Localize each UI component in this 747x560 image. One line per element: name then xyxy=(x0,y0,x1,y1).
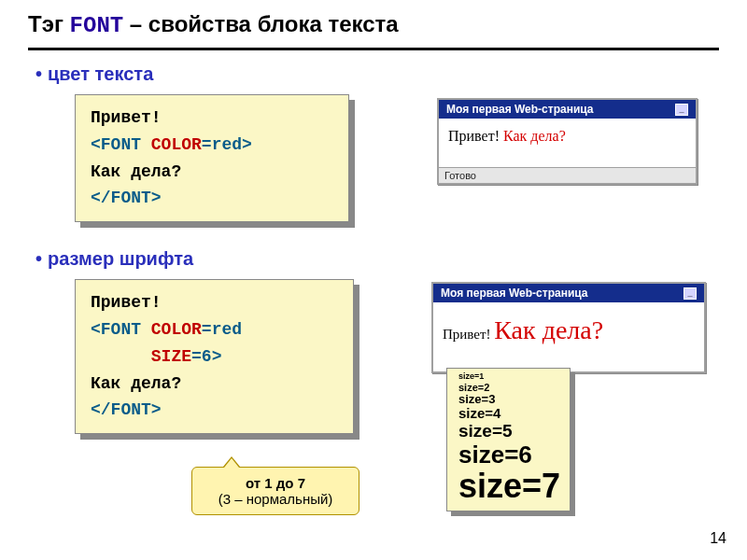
size-list-content: size=1 size=2 size=3 size=4 size=5 size=… xyxy=(446,368,571,511)
rendered-text-black: Привет! xyxy=(448,128,503,144)
browser-content: Привет! Как дела? xyxy=(439,119,696,167)
code-line: Привет! xyxy=(91,289,338,316)
bullet-color-label: цвет текста xyxy=(48,63,153,84)
codebox-2: Привет! <FONT COLOR=red SIZE=6> Как дела… xyxy=(75,279,354,434)
callout: от 1 до 7 (3 – нормальный) xyxy=(191,467,359,515)
code-line: <FONT COLOR=red xyxy=(91,316,338,343)
browser-titlebar: Моя первая Web-страница _ xyxy=(439,100,696,119)
size-item-7: size=7 xyxy=(458,468,560,505)
title-rule xyxy=(28,48,719,50)
page-number: 14 xyxy=(710,530,726,547)
codebox-1: Привет! <FONT COLOR=red> Как дела? </FON… xyxy=(75,94,349,222)
window-buttons: _ xyxy=(675,104,688,116)
minimize-icon: _ xyxy=(675,104,688,116)
browser-titlebar: Моя первая Web-страница _ xyxy=(433,284,704,302)
code-line: Как дела? xyxy=(91,371,338,398)
callout-line1: от 1 до 7 xyxy=(246,475,305,491)
browser-mock-1: Моя первая Web-страница _ Привет! Как де… xyxy=(437,98,698,185)
code-line: </FONT> xyxy=(91,185,333,212)
code-line: Как дела? xyxy=(91,159,333,186)
bullet-dot: • xyxy=(35,248,42,269)
bullet-color: •цвет текста xyxy=(35,63,747,85)
browser-statusbar: Готово xyxy=(439,167,696,183)
size-item-1: size=1 xyxy=(458,372,560,382)
code-line: <FONT COLOR=red> xyxy=(91,132,333,159)
callout-box: от 1 до 7 (3 – нормальный) xyxy=(191,467,359,515)
size-item-5: size=5 xyxy=(458,422,560,441)
callout-line2: (3 – нормальный) xyxy=(218,491,333,507)
bullet-size: •размер шрифта xyxy=(35,248,747,270)
callout-tail xyxy=(224,458,239,468)
size-list-box: size=1 size=2 size=3 size=4 size=5 size=… xyxy=(446,368,571,511)
title-keyword: FONT xyxy=(70,13,124,38)
bullet-size-label: размер шрифта xyxy=(48,248,193,269)
browser-title: Моя первая Web-страница xyxy=(446,103,593,116)
title-pre: Тэг xyxy=(28,11,70,36)
bullet-dot: • xyxy=(35,63,42,84)
rendered-text-red: Как дела? xyxy=(494,315,603,344)
browser-mock-2: Моя первая Web-страница _ Привет! Как де… xyxy=(431,282,706,373)
minimize-icon: _ xyxy=(684,287,697,300)
codebox-content: Привет! <FONT COLOR=red SIZE=6> Как дела… xyxy=(75,279,354,434)
code-line: Привет! xyxy=(91,105,333,132)
code-line: SIZE=6> xyxy=(91,343,338,371)
slide-title: Тэг FONT – свойства блока текста xyxy=(0,0,747,44)
browser-content: Привет! Как дела? xyxy=(433,302,704,371)
browser-title: Моя первая Web-страница xyxy=(441,287,587,300)
rendered-text-red: Как дела? xyxy=(503,128,566,144)
size-item-4: size=4 xyxy=(458,406,560,422)
codebox-content: Привет! <FONT COLOR=red> Как дела? </FON… xyxy=(75,94,349,222)
size-item-6: size=6 xyxy=(458,441,560,469)
slide: Тэг FONT – свойства блока текста •цвет т… xyxy=(0,0,747,560)
size-item-3: size=3 xyxy=(458,393,560,406)
rendered-text-black: Привет! xyxy=(443,327,494,342)
window-buttons: _ xyxy=(684,287,697,300)
code-line: </FONT> xyxy=(91,397,338,424)
title-post: – свойства блока текста xyxy=(123,11,399,36)
